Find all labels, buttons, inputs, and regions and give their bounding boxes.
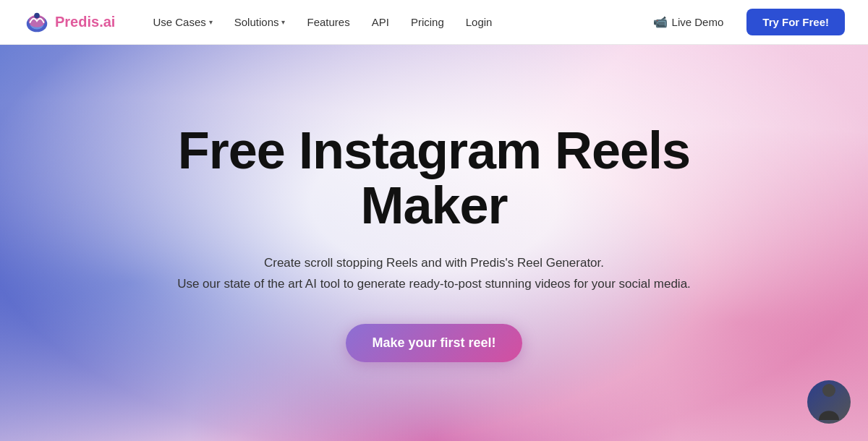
hero-section: Free Instagram Reels Maker Create scroll… <box>0 45 868 441</box>
logo-text: Predis.ai <box>55 14 115 30</box>
hero-subtitle: Create scroll stopping Reels and with Pr… <box>137 253 731 295</box>
hero-cta-button[interactable]: Make your first reel! <box>346 324 522 362</box>
nav-links: Use Cases ▾ Solutions ▾ Features API Pri… <box>144 10 641 34</box>
live-demo-button[interactable]: 📹 Live Demo <box>642 9 736 35</box>
avatar <box>807 380 851 424</box>
nav-item-login[interactable]: Login <box>457 10 501 34</box>
logo-icon <box>23 9 51 36</box>
svg-point-3 <box>34 12 40 18</box>
svg-point-4 <box>822 384 835 397</box>
logo[interactable]: Predis.ai <box>23 9 115 36</box>
nav-item-solutions[interactable]: Solutions ▾ <box>226 10 294 34</box>
hero-content: Free Instagram Reels Maker Create scroll… <box>109 124 760 362</box>
nav-item-api[interactable]: API <box>363 10 398 34</box>
nav-item-pricing[interactable]: Pricing <box>402 10 453 34</box>
try-free-button[interactable]: Try For Free! <box>746 9 845 35</box>
camera-icon: 📹 <box>653 15 668 29</box>
nav-item-features[interactable]: Features <box>298 10 358 34</box>
nav-right: 📹 Live Demo Try For Free! <box>642 9 845 35</box>
nav-item-use-cases[interactable]: Use Cases ▾ <box>144 10 221 34</box>
chevron-down-icon: ▾ <box>209 18 213 26</box>
hero-title: Free Instagram Reels Maker <box>137 124 731 233</box>
chevron-down-icon: ▾ <box>281 18 285 26</box>
navbar: Predis.ai Use Cases ▾ Solutions ▾ Featur… <box>0 0 868 45</box>
avatar-silhouette <box>816 380 842 424</box>
